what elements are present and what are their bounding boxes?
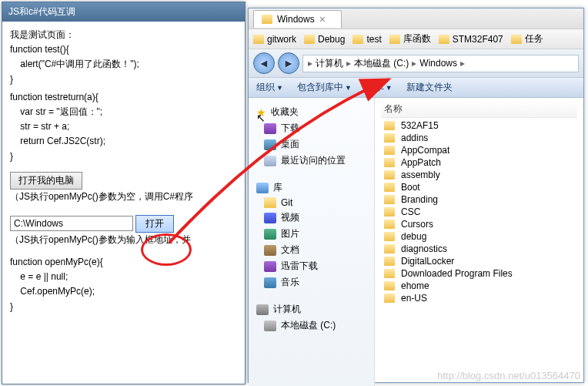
breadcrumb-segment[interactable]: 本地磁盘 (C:) bbox=[352, 57, 410, 70]
folder-icon bbox=[439, 35, 449, 44]
list-item[interactable]: DigitalLocker bbox=[381, 255, 577, 267]
music-icon bbox=[264, 277, 276, 288]
window-title: JS和c#代码互调 bbox=[8, 5, 75, 18]
list-item[interactable]: Downloaded Program Files bbox=[381, 267, 577, 280]
list-item[interactable]: addins bbox=[381, 132, 577, 144]
folder-icon bbox=[304, 35, 315, 44]
folder-icon bbox=[253, 35, 264, 44]
open-button[interactable]: 打开 bbox=[135, 215, 174, 233]
download-icon bbox=[264, 123, 276, 134]
document-icon bbox=[264, 245, 276, 256]
folder-icon bbox=[384, 294, 395, 303]
code-line: } bbox=[10, 72, 237, 87]
tree-item-git[interactable]: Git bbox=[252, 196, 371, 210]
list-item[interactable]: AppPatch bbox=[381, 156, 577, 169]
desktop-icon bbox=[264, 139, 276, 150]
breadcrumb-segment[interactable]: Windows bbox=[418, 58, 459, 69]
tree-item-disk-c[interactable]: 本地磁盘 (C:) bbox=[252, 317, 371, 334]
organize-button[interactable]: 组织▼ bbox=[256, 81, 283, 94]
bookmark-item[interactable]: Debug bbox=[304, 32, 345, 45]
list-item[interactable]: Branding bbox=[381, 193, 577, 206]
toolbar: 组织▼ 包含到库中▼ 共享▼ 新建文件夹 bbox=[249, 78, 583, 98]
code-line: Cef.openMyPc(e); bbox=[10, 284, 237, 299]
page-heading: 我是测试页面： bbox=[10, 28, 237, 42]
code-line: alert("C#中调用了此函数！"); bbox=[10, 57, 237, 72]
code-line: function testreturn(a){ bbox=[10, 90, 237, 105]
breadcrumb-segment[interactable]: 计算机 bbox=[314, 57, 345, 70]
disk-icon bbox=[264, 321, 276, 331]
share-button[interactable]: 共享▼ bbox=[366, 81, 393, 94]
code-line: function test(){ bbox=[10, 42, 237, 57]
folder-icon bbox=[384, 170, 395, 180]
folder-icon bbox=[384, 207, 395, 216]
recent-icon bbox=[264, 156, 276, 166]
list-item[interactable]: 532AF15 bbox=[381, 119, 577, 132]
list-item[interactable]: en-US bbox=[381, 292, 577, 304]
watermark: http://blog.csdn.net/u013564470 bbox=[437, 370, 580, 381]
list-item[interactable]: Cursors bbox=[381, 218, 577, 230]
tree-item-pictures[interactable]: 图片 bbox=[252, 226, 371, 242]
include-in-library-button[interactable]: 包含到库中▼ bbox=[297, 81, 352, 94]
folder-icon bbox=[384, 257, 395, 266]
folder-icon bbox=[384, 244, 395, 253]
bookmark-item[interactable]: 任务 bbox=[511, 32, 543, 45]
breadcrumb[interactable]: ▸计算机▸本地磁盘 (C:)▸Windows▸ bbox=[302, 55, 579, 72]
folder-icon bbox=[384, 158, 395, 167]
bookmark-item[interactable]: test bbox=[352, 32, 381, 45]
forward-button[interactable]: ► bbox=[278, 52, 299, 74]
folder-icon bbox=[384, 146, 395, 155]
picture-icon bbox=[264, 229, 276, 240]
list-item[interactable]: diagnostics bbox=[381, 243, 577, 255]
bookmark-item[interactable]: gitwork bbox=[253, 32, 296, 45]
new-folder-button[interactable]: 新建文件夹 bbox=[406, 81, 453, 94]
list-item[interactable]: assembly bbox=[381, 169, 577, 181]
list-item[interactable]: CSC bbox=[381, 206, 577, 218]
code-line: function openMyPc(e){ bbox=[10, 255, 237, 270]
bookmark-item[interactable]: STM32F407 bbox=[439, 32, 503, 45]
path-input[interactable] bbox=[10, 216, 133, 231]
folder-icon bbox=[384, 133, 395, 143]
library-icon bbox=[256, 183, 269, 193]
code-line: var str = "返回值："; bbox=[10, 105, 237, 119]
list-item[interactable]: AppCompat bbox=[381, 144, 577, 156]
code-line: } bbox=[10, 300, 237, 314]
tree-item-recent[interactable]: 最近访问的位置 bbox=[252, 153, 371, 169]
tab-strip: Windows × bbox=[249, 8, 583, 29]
folder-icon bbox=[264, 197, 276, 208]
code-line: str = str + a; bbox=[10, 119, 237, 134]
code-line: e = e || null; bbox=[10, 270, 237, 284]
video-icon bbox=[264, 213, 276, 223]
list-item[interactable]: ehome bbox=[381, 280, 577, 292]
title-bar[interactable]: JS和c#代码互调 bbox=[2, 2, 245, 22]
tree-item-videos[interactable]: 视频 bbox=[252, 210, 371, 226]
code-line: } bbox=[10, 149, 237, 164]
tree-item-music[interactable]: 音乐 bbox=[252, 274, 371, 290]
back-button[interactable]: ◄ bbox=[253, 52, 275, 74]
tab-label: Windows bbox=[277, 14, 315, 25]
tree-item-desktop[interactable]: 桌面 bbox=[252, 136, 371, 153]
tab-windows[interactable]: Windows × bbox=[253, 10, 342, 28]
tree-item-xunlei[interactable]: 迅雷下载 bbox=[252, 258, 371, 274]
list-item[interactable]: debug bbox=[381, 230, 577, 243]
explorer-window: Windows × gitworkDebugtest库函数STM32F407任务… bbox=[248, 8, 584, 383]
nav-tree: ★收藏夹 下载 桌面 最近访问的位置 库 Git 视频 图片 文档 迅雷下载 音… bbox=[249, 98, 375, 386]
column-header-name[interactable]: 名称 bbox=[381, 101, 577, 118]
code-window: JS和c#代码互调 我是测试页面： function test(){ alert… bbox=[2, 2, 246, 384]
file-list: 名称 532AF15addinsAppCompatAppPatchassembl… bbox=[375, 98, 583, 386]
tree-computer[interactable]: 计算机 bbox=[252, 300, 371, 317]
tree-item-downloads[interactable]: 下载 bbox=[252, 120, 371, 136]
tree-favorites[interactable]: ★收藏夹 bbox=[252, 102, 371, 120]
folder-icon bbox=[384, 220, 395, 229]
folder-icon bbox=[384, 195, 395, 204]
bookmark-item[interactable]: 库函数 bbox=[389, 32, 431, 45]
bookmarks-bar: gitworkDebugtest库函数STM32F407任务 bbox=[249, 29, 583, 49]
tree-item-documents[interactable]: 文档 bbox=[252, 242, 371, 258]
close-icon[interactable]: × bbox=[319, 13, 326, 25]
tree-libraries[interactable]: 库 bbox=[252, 178, 371, 196]
list-item[interactable]: Boot bbox=[381, 181, 577, 193]
main-area: ★收藏夹 下载 桌面 最近访问的位置 库 Git 视频 图片 文档 迅雷下载 音… bbox=[249, 98, 583, 386]
page-body: 我是测试页面： function test(){ alert("C#中调用了此函… bbox=[2, 22, 245, 321]
folder-icon bbox=[384, 183, 395, 192]
open-my-pc-button[interactable]: 打开我的电脑 bbox=[10, 172, 82, 190]
folder-icon bbox=[384, 232, 395, 241]
